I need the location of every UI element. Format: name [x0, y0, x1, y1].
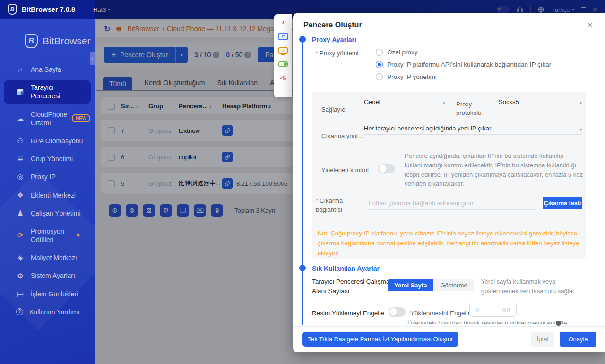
- gear-icon: ⚙: [16, 272, 25, 280]
- new-badge: NEW: [72, 114, 90, 122]
- cancel-button[interactable]: İptal: [531, 332, 554, 347]
- radio-option-custom-proxy[interactable]: Özel proxy: [376, 49, 418, 56]
- block-images-toggle[interactable]: [389, 307, 406, 317]
- radio-icon: [376, 73, 383, 80]
- toggle-panel-icon[interactable]: [278, 61, 288, 67]
- cloud-icon: ☁: [16, 114, 25, 123]
- workspace-segmented-control: Yerel Sayfa Gösterme: [388, 279, 474, 291]
- info-icon: [556, 321, 561, 326]
- person-icon: ♟: [16, 209, 25, 217]
- shield-icon: ◈: [16, 253, 25, 262]
- expand-strip-button[interactable]: ›: [282, 18, 285, 26]
- app-title: BitBrowser 7.0.8: [22, 6, 75, 13]
- app-window: B BitBrowser 7.0.8 Hat3 ▾ ☀: [0, 0, 605, 364]
- window-sync-icon[interactable]: ⇄: [278, 33, 288, 40]
- dialog-title: Pencere Oluştur: [303, 21, 362, 29]
- sidebar-item-groups[interactable]: ≣ Grup Yönetimi: [0, 152, 95, 166]
- protocol-label: Proxy protokolü: [456, 100, 495, 117]
- brand: B BitBrowser: [25, 34, 95, 48]
- radio-option-ip-management[interactable]: Proxy IP yönetimi: [376, 73, 437, 80]
- proxy-method-label: *Proxy yöntemi: [316, 50, 358, 57]
- stepper-dot: [299, 265, 306, 271]
- sidebar-item-cloudphone[interactable]: ☁ CloudPhone Ortamı NEW: [0, 107, 95, 130]
- sidebar-collapse-handle[interactable]: ‹: [90, 52, 95, 65]
- stepper-rail: [302, 42, 303, 325]
- grid-icon: ▦: [16, 87, 25, 96]
- kb-input[interactable]: [475, 306, 499, 313]
- home-icon: ⌂: [16, 66, 25, 74]
- radio-option-api-extract[interactable]: Proxy IP platformu API'sini kullanarak b…: [376, 61, 551, 68]
- sidebar-item-settings[interactable]: ⚙ Sistem Ayarları: [0, 269, 95, 283]
- extract-method-label: Çıkarma yönt...: [321, 132, 363, 139]
- brand-logo-icon: B: [25, 34, 38, 48]
- brand-name: BitBrowser: [43, 35, 91, 47]
- extract-method-select[interactable]: Her tarayıcı penceresi açıldığında yeni …: [364, 125, 582, 135]
- workspace-page-label: Tarayıcı Penceresi Çalışma Alanı Sayfası: [312, 277, 391, 295]
- kb-threshold-field: KB: [469, 303, 517, 317]
- duplicate-check-description: Pencere açıldığında, çıkarılan IP'nin bu…: [405, 151, 587, 189]
- section-common-settings: Sık Kullanılan Ayarlar: [312, 265, 380, 272]
- location-icon: ◎: [16, 173, 25, 181]
- sidebar-item-help[interactable]: ? Kullanım Yardımı: [0, 305, 95, 319]
- extract-url-label: *Çıkarma bağlantısı: [316, 197, 361, 215]
- whitelist-note: Not: Çoğu proxy IP platformu, yerel ciha…: [318, 229, 581, 258]
- clipped-hint-text: Üzerindeki boyuttan büyük resimlerin yük…: [407, 320, 568, 324]
- extract-url-input[interactable]: Lütfen çıkarma bağlantı adresini girin: [369, 199, 535, 210]
- stepper-dot: [299, 36, 306, 43]
- sidebar-item-extensions[interactable]: ❖ Eklenti Merkezi: [0, 188, 95, 202]
- ip-monitor-icon[interactable]: IP: [278, 47, 288, 54]
- sidebar-item-logs[interactable]: ▤ İşlem Günlükleri: [0, 287, 95, 301]
- robot-icon: ⚇: [16, 137, 25, 145]
- section-proxy-settings: Proxy Ayarları: [312, 36, 356, 43]
- block-images-label: Resim Yüklemeyi Engelle: [312, 310, 384, 317]
- kb-unit: KB: [502, 306, 510, 313]
- quick-toolbar: › ⇄ IP: [274, 14, 292, 97]
- chevron-down-icon: ▾: [443, 101, 445, 105]
- radio-selected-icon: [376, 61, 383, 68]
- sidebar: B BitBrowser ‹ ⌂ Ana Sayfa ▦ Tarayıcı Pe…: [0, 19, 95, 364]
- duplicate-check-toggle[interactable]: [378, 164, 395, 173]
- sidebar-item-rpa[interactable]: ⚇ RPA Otomasyonu: [0, 134, 95, 148]
- chevron-down-icon: ▾: [579, 127, 582, 132]
- workspace-description: Yerel sayfa kullanmak veya göstermemek v…: [481, 277, 591, 296]
- help-icon: ?: [16, 308, 23, 315]
- sidebar-item-cost-center[interactable]: ◈ Maliyet Merkezi: [0, 251, 95, 265]
- close-icon[interactable]: ×: [588, 20, 593, 30]
- dialog-footer: Tek Tıkla Rastgele Parmak İzi Yapılandır…: [293, 326, 605, 352]
- segment-hide[interactable]: Gösterme: [433, 279, 474, 291]
- extract-test-button[interactable]: Çıkarma testi: [543, 197, 582, 209]
- chevron-down-icon: ▾: [579, 101, 582, 105]
- provider-label: Sağlayıcı: [321, 106, 346, 113]
- sidebar-item-employees[interactable]: ♟ Çalışan Yönetimi: [0, 206, 95, 220]
- fingerprint-icon[interactable]: [279, 74, 287, 83]
- layers-icon: ≣: [16, 155, 25, 163]
- sidebar-nav: ⌂ Ana Sayfa ▦ Tarayıcı Penceresi ☁ Cloud…: [0, 62, 95, 323]
- proxy-config-panel: Sağlayıcı Genel ▾ Proxy protokolü Socks5…: [312, 92, 586, 259]
- sidebar-item-home[interactable]: ⌂ Ana Sayfa: [0, 62, 95, 77]
- sparkle-icon: ✦: [75, 231, 81, 240]
- provider-select[interactable]: Genel ▾: [364, 98, 445, 108]
- sidebar-item-browser-windows[interactable]: ▦ Tarayıcı Penceresi: [4, 80, 91, 103]
- confirm-button[interactable]: Onayla: [560, 332, 596, 347]
- plugin-icon: ❖: [16, 191, 25, 199]
- radio-icon: [376, 49, 383, 56]
- protocol-select[interactable]: Socks5 ▾: [499, 98, 582, 108]
- create-window-dialog: Pencere Oluştur × Proxy Ayarları *Proxy …: [293, 13, 605, 352]
- segment-local-page[interactable]: Yerel Sayfa: [388, 279, 433, 291]
- sidebar-item-proxy-ip[interactable]: ◎ Proxy IP: [0, 170, 95, 184]
- app-logo-icon: B: [8, 4, 17, 15]
- block-load-label: Yüklenmesini Engelle: [410, 310, 471, 317]
- logs-icon: ▤: [16, 290, 25, 298]
- sidebar-item-promotions[interactable]: ⟳ Promosyon Ödülleri ✦: [0, 224, 95, 247]
- duplicate-check-label: Yinelenen kontrol: [321, 166, 369, 173]
- promo-icon: ⟳: [16, 231, 25, 240]
- random-fingerprint-button[interactable]: Tek Tıkla Rastgele Parmak İzi Yapılandır…: [302, 332, 458, 347]
